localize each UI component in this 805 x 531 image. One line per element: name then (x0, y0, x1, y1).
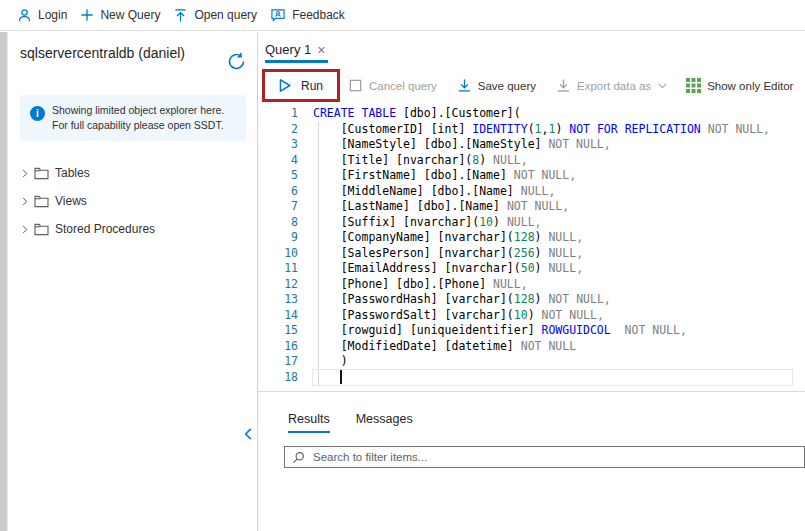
line-number: 16 (258, 339, 298, 355)
folder-icon (34, 223, 49, 236)
code-line: [EmailAddress] [nvarchar](50) NULL, (313, 261, 805, 277)
editor-toolbar: Run Cancel query Save query (258, 69, 793, 102)
line-number: 6 (258, 184, 298, 200)
line-number: 3 (258, 137, 298, 153)
line-number: 15 (258, 323, 298, 339)
run-play-icon (276, 77, 293, 94)
topbar: LoginNew QueryOpen queryFeedback (0, 0, 805, 31)
run-button[interactable]: Run (262, 69, 340, 102)
database-title: sqlservercentraldb (daniel) (20, 45, 185, 61)
stop-square-icon (348, 78, 363, 93)
code-line: [CustomerID] [int] IDENTITY(1,1) NOT FOR… (313, 122, 805, 138)
query-tab[interactable]: Query 1 × (265, 39, 328, 63)
line-number: 8 (258, 215, 298, 231)
code-line: [Suffix] [nvarchar](10) NULL, (313, 215, 805, 231)
line-number: 12 (258, 277, 298, 293)
code-line: ) (313, 354, 805, 370)
topbar-item-label: Feedback (292, 8, 345, 22)
line-number: 10 (258, 246, 298, 262)
query-tab-label: Query 1 (265, 42, 311, 57)
person-icon (17, 8, 32, 23)
chevron-left-icon (241, 426, 256, 442)
info-banner-text: Showing limited object explorer here. Fo… (52, 104, 224, 131)
results-tabs: ResultsMessages (288, 412, 413, 433)
tree-item-stored-procedures[interactable]: Stored Procedures (8, 215, 257, 243)
azure-sql-query-editor: LoginNew QueryOpen queryFeedback sqlserv… (0, 0, 805, 531)
run-button-label: Run (301, 79, 323, 93)
close-tab-icon[interactable]: × (317, 43, 325, 57)
text-caret (340, 370, 342, 384)
results-tab-messages[interactable]: Messages (356, 412, 413, 433)
code-line: [LastName] [dbo].[Name] NOT NULL, (313, 199, 805, 215)
grid-icon (686, 78, 701, 93)
code-line: [SalesPerson] [nvarchar](256) NULL, (313, 246, 805, 262)
topbar-item-open-query[interactable]: Open query (173, 8, 257, 23)
folder-icon (34, 167, 49, 180)
topbar-item-login[interactable]: Login (17, 8, 67, 23)
code-line: [Phone] [dbo].[Phone] NULL, (313, 277, 805, 293)
code-editor[interactable]: 123456789101112131415161718 CREATE TABLE… (258, 105, 805, 391)
feedback-icon (270, 8, 286, 23)
refresh-icon (227, 52, 246, 71)
line-number-gutter: 123456789101112131415161718 (258, 106, 298, 385)
line-number: 4 (258, 153, 298, 169)
line-number: 7 (258, 199, 298, 215)
topbar-item-feedback[interactable]: Feedback (270, 8, 345, 23)
line-number: 2 (258, 122, 298, 138)
chevron-right-icon (20, 224, 30, 235)
code-line: [PasswordHash] [varchar](128) NOT NULL, (313, 292, 805, 308)
line-number: 5 (258, 168, 298, 184)
info-banner: i Showing limited object explorer here. … (20, 95, 246, 141)
code-line (313, 370, 805, 386)
topbar-item-label: Login (38, 8, 67, 22)
line-number: 1 (258, 106, 298, 122)
object-tree: TablesViewsStored Procedures (8, 159, 257, 243)
show-only-editor-button[interactable]: Show only Editor (686, 78, 793, 93)
code-line: [PasswordSalt] [varchar](10) NOT NULL, (313, 308, 805, 324)
code-line: [FirstName] [dbo].[Name] NOT NULL, (313, 168, 805, 184)
code-content: CREATE TABLE [dbo].[Customer]( [Customer… (313, 106, 805, 385)
code-line: CREATE TABLE [dbo].[Customer]( (313, 106, 805, 122)
topbar-item-label: Open query (194, 8, 257, 22)
info-icon: i (30, 106, 45, 121)
save-icon (457, 78, 472, 93)
collapse-panel-button[interactable] (241, 426, 257, 442)
topbar-item-label: New Query (100, 8, 160, 22)
code-line: [NameStyle] [dbo].[NameStyle] NOT NULL, (313, 137, 805, 153)
tree-item-label: Tables (55, 166, 90, 180)
line-number: 14 (258, 308, 298, 324)
line-number: 18 (258, 370, 298, 386)
export-data-label: Export data as (577, 80, 651, 92)
cancel-query-button[interactable]: Cancel query (348, 78, 437, 93)
topbar-item-new-query[interactable]: New Query (80, 8, 160, 22)
query-pane: Query 1 × Run Cancel query (258, 32, 805, 531)
chevron-right-icon (20, 196, 30, 207)
chevron-down-icon (657, 80, 668, 91)
line-number: 13 (258, 292, 298, 308)
code-line: [CompanyName] [nvarchar](128) NULL, (313, 230, 805, 246)
line-number: 11 (258, 261, 298, 277)
save-query-label: Save query (478, 80, 536, 92)
folder-icon (34, 195, 49, 208)
results-divider (258, 391, 805, 392)
plus-icon (80, 8, 94, 22)
filter-search-box[interactable] (284, 446, 805, 468)
tree-item-tables[interactable]: Tables (8, 159, 257, 187)
search-icon (292, 451, 305, 464)
search-input[interactable] (311, 446, 804, 468)
save-query-button[interactable]: Save query (457, 78, 536, 93)
chevron-right-icon (20, 168, 30, 179)
export-data-button[interactable]: Export data as (556, 78, 668, 93)
upload-icon (173, 8, 188, 23)
show-only-editor-label: Show only Editor (707, 80, 793, 92)
code-line: [MiddleName] [dbo].[Name] NULL, (313, 184, 805, 200)
results-tab-results[interactable]: Results (288, 412, 330, 433)
refresh-button[interactable] (227, 52, 247, 72)
line-number: 17 (258, 354, 298, 370)
tree-item-views[interactable]: Views (8, 187, 257, 215)
code-line: [rowguid] [uniqueidentifier] ROWGUIDCOL … (313, 323, 805, 339)
line-number: 9 (258, 230, 298, 246)
object-explorer: sqlservercentraldb (daniel) i Showing li… (8, 32, 257, 531)
tree-item-label: Views (55, 194, 87, 208)
tree-item-label: Stored Procedures (55, 222, 155, 236)
